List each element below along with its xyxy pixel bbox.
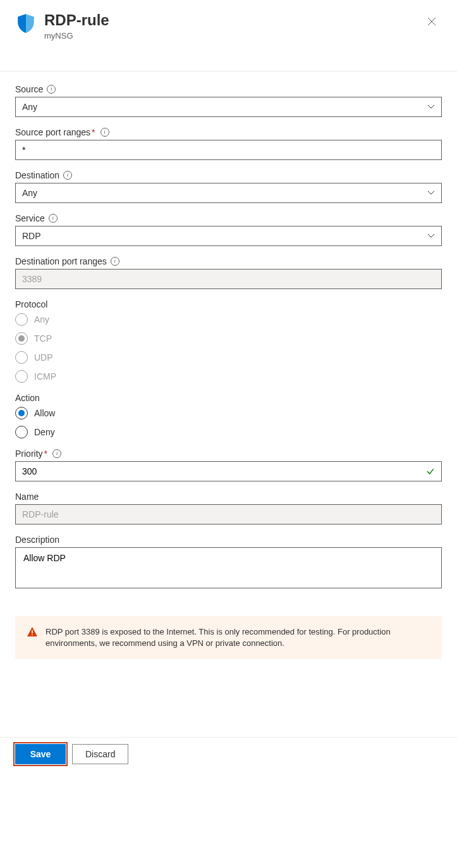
source-select[interactable]: Any: [15, 97, 442, 117]
action-radio-allow[interactable]: [15, 407, 28, 419]
warning-text: RDP port 3389 is exposed to the Internet…: [46, 626, 430, 649]
priority-input[interactable]: [22, 462, 422, 481]
panel-header: RDP-rule myNSG: [15, 11, 442, 40]
info-icon[interactable]: i: [111, 257, 119, 266]
required-marker: *: [92, 127, 95, 137]
priority-input-wrapper: [15, 461, 442, 481]
info-icon[interactable]: i: [49, 214, 58, 223]
page-subtitle: myNSG: [44, 31, 422, 40]
chevron-down-icon: [427, 189, 435, 197]
service-select[interactable]: RDP: [15, 226, 442, 246]
source-value: Any: [22, 102, 427, 112]
priority-label: Priority: [15, 449, 43, 459]
close-icon: [427, 17, 436, 26]
source-port-ranges-label: Source port ranges: [15, 127, 90, 137]
protocol-option-any: Any: [34, 314, 49, 325]
destination-port-ranges-input: [22, 270, 435, 288]
service-label: Service: [15, 213, 45, 223]
protocol-option-icmp: ICMP: [34, 371, 56, 381]
info-icon[interactable]: i: [47, 85, 56, 94]
protocol-option-tcp: TCP: [34, 333, 52, 344]
info-icon[interactable]: i: [101, 128, 109, 137]
protocol-radio-udp: [15, 351, 28, 364]
protocol-label: Protocol: [15, 299, 47, 309]
info-icon[interactable]: i: [63, 171, 72, 180]
warning-message: RDP port 3389 is exposed to the Internet…: [15, 616, 442, 659]
page-title: RDP-rule: [44, 11, 422, 30]
action-label: Action: [15, 393, 40, 403]
protocol-option-udp: UDP: [34, 352, 53, 363]
name-input: [22, 505, 435, 524]
destination-port-ranges-input-wrapper: [15, 269, 442, 289]
discard-button[interactable]: Discard: [72, 744, 128, 764]
protocol-radio-any: [15, 313, 28, 326]
protocol-radio-tcp: [15, 332, 28, 345]
source-port-ranges-input[interactable]: [22, 140, 435, 159]
description-wrapper: [15, 547, 442, 588]
destination-value: Any: [22, 188, 427, 198]
destination-select[interactable]: Any: [15, 183, 442, 203]
checkmark-icon: [426, 467, 435, 476]
footer-actions: Save Discard: [0, 737, 457, 773]
name-input-wrapper: [15, 504, 442, 524]
description-input[interactable]: [22, 552, 435, 582]
required-marker: *: [44, 449, 47, 459]
source-port-ranges-input-wrapper: [15, 140, 442, 160]
save-button[interactable]: Save: [15, 744, 66, 764]
close-button[interactable]: [422, 11, 442, 32]
protocol-radio-icmp: [15, 370, 28, 383]
action-radio-deny[interactable]: [15, 426, 28, 438]
destination-port-ranges-label: Destination port ranges: [15, 256, 107, 266]
service-value: RDP: [22, 231, 427, 241]
chevron-down-icon: [427, 103, 435, 111]
svg-rect-1: [32, 634, 33, 635]
chevron-down-icon: [427, 232, 435, 240]
action-option-deny: Deny: [34, 427, 55, 437]
name-label: Name: [15, 492, 39, 502]
action-option-allow: Allow: [34, 408, 55, 418]
source-label: Source: [15, 84, 43, 94]
info-icon[interactable]: i: [52, 449, 61, 458]
shield-icon: [15, 13, 37, 34]
warning-icon: [27, 626, 38, 638]
description-label: Description: [15, 535, 59, 545]
destination-label: Destination: [15, 170, 59, 180]
svg-rect-0: [32, 630, 33, 633]
